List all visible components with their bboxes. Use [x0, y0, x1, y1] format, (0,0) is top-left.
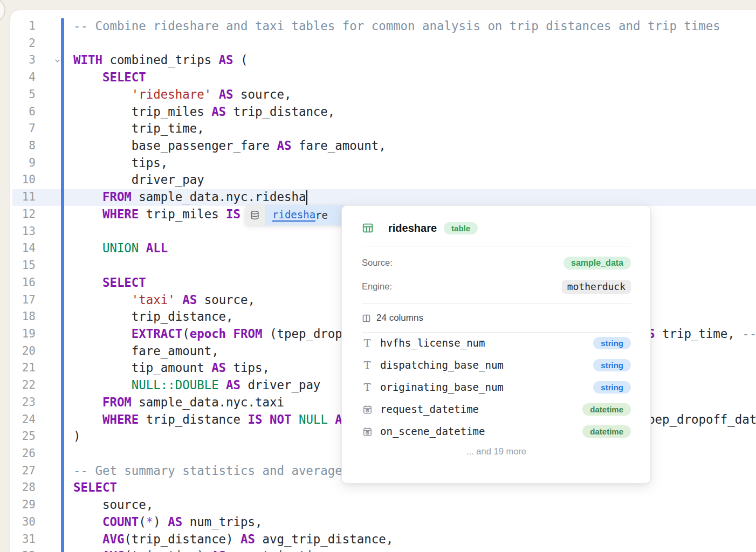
- line-number[interactable]: 22: [10, 377, 36, 394]
- column-row: on_scene_datetimedatetime: [362, 425, 631, 438]
- divider: [362, 303, 631, 303]
- calendar-clock-icon: [362, 404, 373, 415]
- code-line[interactable]: AVG(trip_distance) AS avg_trip_distance,: [73, 531, 756, 548]
- line-number[interactable]: 16: [10, 274, 36, 292]
- field-value-badge: motherduck: [562, 280, 631, 294]
- column-type-badge: datetime: [582, 425, 631, 438]
- popup-column-list: Thvfhs_license_numstringTdispatching_bas…: [362, 336, 631, 438]
- code-line[interactable]: AVG(trip_time) AS avg_trip_time,: [73, 548, 756, 552]
- line-number[interactable]: 25: [10, 428, 36, 445]
- line-number[interactable]: 30: [10, 514, 36, 531]
- autocomplete-matched-text: ridesha: [272, 209, 315, 222]
- line-number[interactable]: 20: [10, 343, 36, 360]
- code-line[interactable]: base_passenger_fare AS fare_amount,: [73, 137, 756, 155]
- column-row: Toriginating_base_numstring: [362, 381, 631, 394]
- line-number[interactable]: 14: [10, 240, 36, 257]
- popup-fields: Source:sample_dataEngine:motherduck: [362, 256, 631, 294]
- line-number[interactable]: 18: [10, 308, 36, 326]
- text-type-icon: T: [362, 382, 373, 392]
- line-number[interactable]: 6: [10, 104, 36, 121]
- table-grid-icon: [362, 222, 374, 234]
- table-type-badge: table: [444, 222, 478, 234]
- text-cursor: [306, 190, 307, 205]
- column-type-badge: string: [593, 337, 631, 349]
- column-name: hvfhs_license_num: [380, 337, 593, 349]
- field-value-badge: sample_data: [563, 257, 631, 270]
- line-number[interactable]: 3: [10, 52, 36, 69]
- popup-title: rideshare: [388, 222, 437, 234]
- code-line[interactable]: tips,: [73, 155, 756, 172]
- code-line[interactable]: 'rideshare' AS source,: [73, 86, 756, 104]
- popup-header: rideshare table: [362, 220, 631, 236]
- line-number[interactable]: 28: [10, 479, 36, 496]
- line-number[interactable]: 4: [10, 69, 36, 86]
- column-name: request_datetime: [380, 403, 582, 415]
- column-row: Tdispatching_base_numstring: [362, 358, 631, 371]
- code-line[interactable]: trip_miles AS trip_distance,: [73, 104, 756, 121]
- more-columns-label: ... and 19 more: [362, 446, 631, 457]
- text-type-icon: T: [362, 338, 373, 348]
- field-label: Engine:: [362, 281, 392, 292]
- column-name: originating_base_num: [380, 381, 593, 393]
- line-number[interactable]: 29: [10, 496, 36, 514]
- line-number[interactable]: 21: [10, 360, 36, 377]
- line-number[interactable]: 11: [10, 189, 36, 206]
- code-line[interactable]: WITH combined_trips AS (: [73, 52, 756, 69]
- code-line[interactable]: FROM sample_data.nyc.ridesha: [73, 189, 756, 206]
- line-number[interactable]: 7: [10, 120, 36, 137]
- line-number[interactable]: 8: [10, 137, 36, 155]
- code-line[interactable]: -- Combine rideshare and taxi tables for…: [73, 18, 756, 35]
- cell-focus-bar: [61, 18, 64, 552]
- column-name: on_scene_datetime: [380, 425, 582, 437]
- line-number[interactable]: 12: [10, 206, 36, 223]
- line-number[interactable]: 10: [10, 171, 36, 189]
- code-line[interactable]: trip_time,: [73, 120, 756, 137]
- calendar-clock-icon: [362, 426, 373, 437]
- popup-field-row: Source:sample_data: [362, 256, 631, 270]
- code-line[interactable]: driver_pay: [73, 171, 756, 189]
- line-number[interactable]: 15: [10, 257, 36, 274]
- line-number[interactable]: 9: [10, 155, 36, 172]
- column-type-badge: string: [593, 359, 631, 371]
- popup-field-row: Engine:motherduck: [362, 279, 631, 294]
- columns-summary: 24 columns: [362, 312, 631, 325]
- code-line[interactable]: COUNT(*) AS num_trips,: [73, 514, 756, 531]
- code-line[interactable]: [73, 35, 756, 52]
- columns-summary-label: 24 columns: [376, 313, 423, 323]
- line-number[interactable]: 13: [10, 223, 36, 240]
- autocomplete-rest-text: re: [315, 209, 328, 221]
- columns-icon: [362, 314, 371, 323]
- autocomplete-popup: rideshare: [245, 205, 344, 225]
- divider: [362, 332, 631, 333]
- autocomplete-item-rideshare[interactable]: rideshare: [265, 205, 344, 225]
- app-root: { "colors": { "accent-bar": "#4a7fe4", "…: [0, 0, 756, 552]
- code-line[interactable]: source,: [73, 496, 756, 514]
- partial-edge-widget: [0, 0, 5, 23]
- line-number[interactable]: 5: [10, 86, 36, 104]
- column-type-badge: string: [593, 381, 631, 394]
- column-type-badge: datetime: [582, 403, 631, 416]
- gutter: 1234567891011121314151617181920212223242…: [10, 18, 36, 552]
- column-row: Thvfhs_license_numstring: [362, 336, 631, 349]
- column-row: request_datetimedatetime: [362, 403, 631, 416]
- line-number[interactable]: 19: [10, 326, 36, 343]
- line-number[interactable]: 31: [10, 531, 36, 548]
- line-number[interactable]: 24: [10, 411, 36, 429]
- column-name: dispatching_base_num: [380, 359, 593, 371]
- table-info-popup: rideshare table Source:sample_dataEngine…: [341, 205, 651, 484]
- code-line[interactable]: SELECT: [73, 69, 756, 86]
- line-number[interactable]: 1: [10, 18, 36, 35]
- text-type-icon: T: [362, 360, 373, 370]
- sql-editor-panel: 1234567891011121314151617181920212223242…: [10, 10, 756, 552]
- line-number[interactable]: 17: [10, 292, 36, 309]
- field-label: Source:: [362, 258, 393, 268]
- line-number[interactable]: 2: [10, 35, 36, 52]
- divider: [362, 246, 631, 246]
- database-icon: [245, 205, 265, 225]
- line-number[interactable]: 26: [10, 445, 36, 463]
- line-number[interactable]: 23: [10, 394, 36, 411]
- line-number[interactable]: 32: [10, 548, 36, 552]
- line-number[interactable]: 27: [10, 463, 36, 480]
